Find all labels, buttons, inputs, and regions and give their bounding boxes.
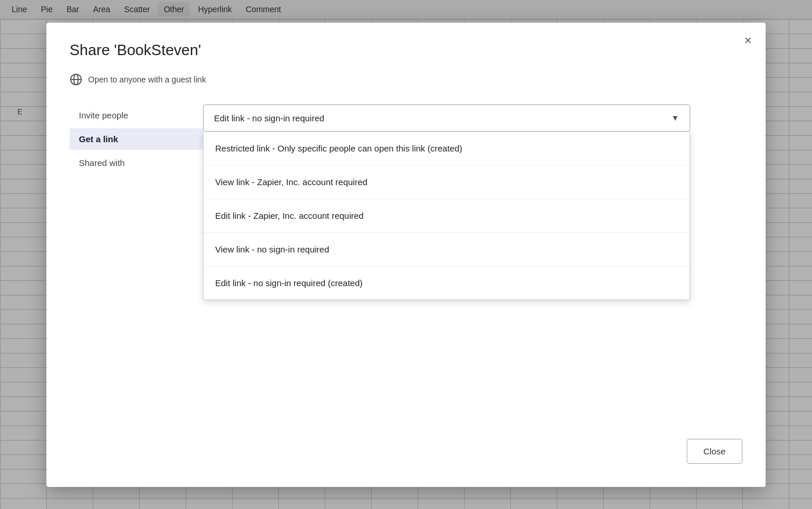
dropdown-selected-label: Edit link - no sign-in required	[214, 113, 324, 123]
nav-item-shared-with[interactable]: Shared with	[70, 152, 203, 174]
dropdown-arrow-icon: ▼	[671, 113, 679, 122]
link-type-dropdown[interactable]: Edit link - no sign-in required ▼	[203, 104, 690, 132]
dropdown-option-view-zapier[interactable]: View link - Zapier, Inc. account require…	[204, 165, 690, 199]
content-area: Edit link - no sign-in required ▼ Restri…	[203, 104, 742, 300]
close-button[interactable]: Close	[687, 439, 742, 464]
dropdown-option-restricted[interactable]: Restricted link - Only specific people c…	[204, 132, 690, 165]
dropdown-options-list: Restricted link - Only specific people c…	[203, 132, 690, 300]
share-modal: × Share 'BookSteven' Open to anyone with…	[46, 23, 766, 487]
modal-body: Invite people Get a link Shared with Edi…	[70, 104, 742, 300]
modal-footer: Close	[687, 439, 742, 464]
dropdown-option-edit-zapier[interactable]: Edit link - Zapier, Inc. account require…	[204, 199, 690, 233]
nav-item-get-a-link[interactable]: Get a link	[70, 128, 203, 150]
sidebar-nav: Invite people Get a link Shared with	[70, 104, 203, 300]
guest-link-text: Open to anyone with a guest link	[88, 75, 206, 84]
dropdown-option-view-no-signin[interactable]: View link - no sign-in required	[204, 233, 690, 266]
globe-icon	[70, 73, 82, 86]
guest-link-row: Open to anyone with a guest link	[70, 73, 742, 86]
modal-title: Share 'BookSteven'	[70, 41, 742, 59]
modal-close-button[interactable]: ×	[744, 34, 752, 47]
dropdown-option-edit-no-signin[interactable]: Edit link - no sign-in required (created…	[204, 266, 690, 299]
nav-item-invite-people[interactable]: Invite people	[70, 104, 203, 126]
modal-overlay: × Share 'BookSteven' Open to anyone with…	[0, 0, 812, 509]
